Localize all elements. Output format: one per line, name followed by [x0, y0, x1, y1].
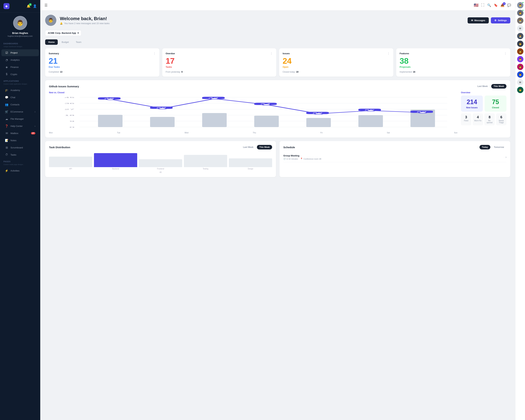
rs-avatar-7[interactable]: 👨 [517, 56, 524, 62]
bookmark-icon[interactable]: 🔖 [494, 3, 498, 7]
sidebar-item-project[interactable]: ☑ Project [1, 49, 39, 56]
sidebar-item-ecommerce[interactable]: 🛒 ECommerce › [1, 108, 39, 115]
location-icon: 📍 [300, 158, 303, 160]
inbox-badge: 5 [503, 2, 506, 5]
github-title: Github Issues Summary [49, 85, 79, 88]
stat-menu-features[interactable]: ⋮ [504, 52, 507, 55]
app-logo[interactable]: ◆ [3, 3, 9, 9]
analytics-icon: ◔ [5, 58, 8, 62]
rs-avatar-10[interactable]: 👨 [517, 87, 524, 93]
user-circle-icon[interactable]: 👤 [33, 4, 37, 8]
fullscreen-icon[interactable]: ⛶ [481, 3, 484, 7]
last-week-btn-github[interactable]: Last Week [475, 84, 490, 89]
stat-menu-overdue[interactable]: ⋮ [270, 52, 273, 55]
language-flag[interactable]: 🇺🇸 [474, 3, 478, 8]
svg-rect-15 [254, 116, 279, 127]
rs-avatar-init-2[interactable]: M [517, 79, 524, 85]
reopened-number: 8 [486, 115, 494, 119]
this-week-btn-task[interactable]: This Week [257, 145, 272, 149]
hamburger-menu-icon[interactable]: ☰ [45, 3, 47, 7]
settings-button[interactable]: ⚙ Settings [491, 17, 510, 23]
svg-rect-12 [98, 115, 122, 127]
project-icon: ☑ [5, 51, 8, 55]
sidebar-item-crypto[interactable]: $ Crypto [1, 71, 39, 77]
welcome-subtitle: 🔔 You have 2 new messages and 15 new tas… [60, 22, 110, 25]
today-btn[interactable]: Today [479, 145, 490, 149]
rs-avatar-5[interactable]: 👨 [517, 41, 524, 47]
new-issues-number: 214 [467, 98, 477, 106]
schedule-header: Schedule Today Tomorrow [283, 145, 506, 149]
online-indicator [522, 2, 524, 3]
sidebar-item-chat[interactable]: 💬 Chat [1, 94, 39, 101]
rs-avatar-2[interactable]: 👩 [517, 10, 524, 16]
stat-title-features: Features [400, 52, 409, 55]
tomorrow-btn[interactable]: Tomorrow [491, 145, 506, 149]
project-selector[interactable]: ACME Corp. Backend App ▾ [45, 30, 81, 36]
rs-avatar-9[interactable]: 👨 [517, 71, 524, 78]
svg-rect-16 [306, 118, 331, 127]
new-issues-label: New Issues [466, 106, 478, 109]
chart-wrap: 45 36 27 18 9 0 [49, 95, 458, 131]
stat-menu-issues[interactable]: ⋮ [387, 52, 390, 55]
sidebar-item-mailbox[interactable]: ✉ Mailbox 27 [1, 130, 39, 137]
rs-avatar-8[interactable]: 👩 [517, 64, 524, 70]
chart-label: New vs. Closed [49, 91, 458, 94]
applications-section-sub: Custom made application designs [0, 83, 40, 87]
tasks-icon: ⏱ [5, 153, 8, 156]
inbox-icon[interactable]: 📥 5 [500, 3, 504, 7]
messages-icon[interactable]: 💬 [507, 3, 511, 7]
stat-card-issues: Issues ⋮ 24 Open Closed today: 19 [279, 48, 394, 77]
sidebar-item-tasks[interactable]: ⏱ Tasks [1, 151, 39, 158]
messages-button[interactable]: ✉ Messages [468, 17, 489, 23]
sidebar-item-contacts[interactable]: 👥 Contacts [1, 101, 39, 108]
sidebar-item-notes[interactable]: 📝 Notes [1, 137, 39, 144]
svg-point-38 [367, 110, 375, 111]
chart-x-labels: Mon Tue Wed Thu Fri Sat Sun [49, 131, 458, 134]
svg-rect-14 [202, 113, 227, 127]
sidebar-item-scrumboard[interactable]: ⊞ Scrumboard [1, 144, 39, 151]
rs-avatar-6[interactable]: 👩 [517, 48, 524, 55]
rs-avatar-3[interactable]: 👨‍💼 [517, 18, 524, 24]
ecommerce-icon: 🛒 [5, 110, 8, 113]
last-week-btn-task[interactable]: Last Week [241, 145, 256, 149]
tab-team[interactable]: Team [73, 39, 84, 45]
stat-title-issues: Issues [283, 52, 290, 55]
rs-avatar-1[interactable]: 👨 [517, 2, 524, 8]
this-week-btn-github[interactable]: This Week [491, 84, 506, 89]
mailbox-icon: ✉ [5, 131, 8, 135]
stat-label-features: Proposals [400, 66, 507, 68]
search-icon[interactable]: 🔍 [487, 3, 491, 7]
sidebar-item-analytics[interactable]: ◔ Analytics [1, 56, 39, 63]
fixed-label: Fixed [462, 120, 470, 122]
sidebar-item-file-manager[interactable]: ☁ File Manager [1, 115, 39, 122]
sidebar-item-finance[interactable]: ◈ Finance [1, 64, 39, 71]
tab-home[interactable]: Home [45, 39, 58, 45]
schedule-toggle: Today Tomorrow [479, 145, 506, 149]
tab-budget[interactable]: Budget [58, 39, 72, 45]
svg-point-33 [106, 99, 114, 100]
rs-avatar-init-1[interactable]: M [517, 25, 524, 31]
sidebar-item-label: Tasks [10, 153, 16, 156]
sidebar-item-academy[interactable]: 🎓 Academy [1, 87, 39, 94]
sidebar-item-help-center[interactable]: ❓ Help Center › [1, 123, 39, 130]
sidebar-item-label: Crypto [10, 73, 17, 75]
reopened-label: Re-opened [486, 120, 494, 123]
crypto-icon: $ [5, 73, 8, 76]
stat-label-summary: Due Tasks [49, 66, 156, 68]
svg-point-37 [314, 113, 323, 114]
header-buttons: ✉ Messages ⚙ Settings [468, 17, 510, 23]
bottom-row: Task Distribution Last Week This Week AP… [45, 141, 510, 181]
stat-number-issues: 24 [283, 57, 390, 65]
notifications-icon[interactable]: 🔔 3 [27, 4, 30, 8]
chevron-right-icon-2: › [35, 125, 35, 127]
stat-menu-summary[interactable]: ⋮ [153, 52, 156, 55]
rs-avatar-4[interactable]: 👩‍💼 [517, 33, 524, 39]
clock-icon: 🕐 [283, 158, 286, 160]
file-manager-icon: ☁ [5, 117, 8, 121]
chart-area: New vs. Closed 45 36 [49, 91, 458, 134]
project-selector-label: ACME Corp. Backend App [48, 32, 76, 34]
sidebar-item-label: ECommerce [10, 111, 23, 113]
schedule-arrow[interactable]: › [506, 156, 506, 159]
sidebar-item-activities[interactable]: ⚡ Activities [1, 167, 39, 174]
closed-issues-number: 75 [492, 98, 499, 106]
